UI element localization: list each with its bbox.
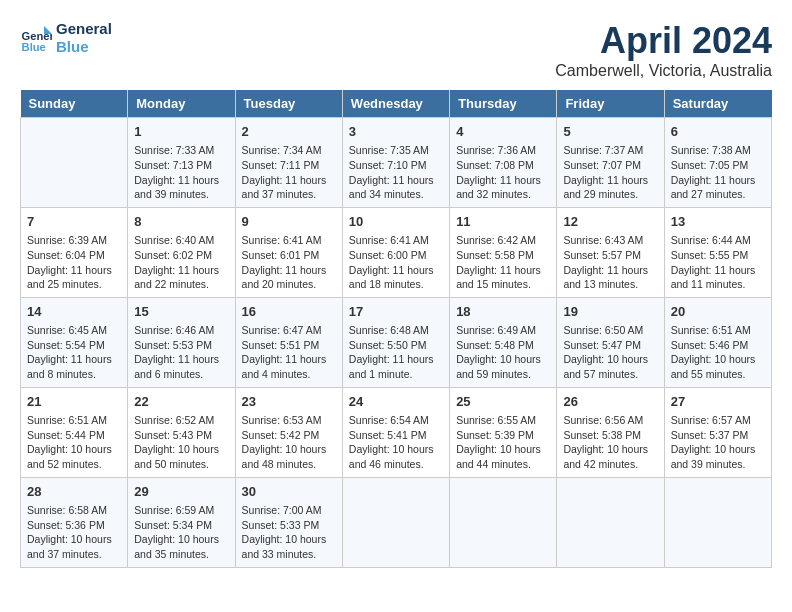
sunrise-text: Sunrise: 6:57 AM: [671, 413, 765, 428]
sunset-text: Sunset: 6:00 PM: [349, 248, 443, 263]
day-number: 7: [27, 213, 121, 231]
day-number: 6: [671, 123, 765, 141]
sunset-text: Sunset: 5:57 PM: [563, 248, 657, 263]
calendar-cell: 28 Sunrise: 6:58 AM Sunset: 5:36 PM Dayl…: [21, 477, 128, 567]
daylight-text: Daylight: 10 hours and 48 minutes.: [242, 442, 336, 471]
daylight-text: Daylight: 11 hours and 11 minutes.: [671, 263, 765, 292]
calendar-cell: 14 Sunrise: 6:45 AM Sunset: 5:54 PM Dayl…: [21, 297, 128, 387]
daylight-text: Daylight: 10 hours and 59 minutes.: [456, 352, 550, 381]
daylight-text: Daylight: 10 hours and 44 minutes.: [456, 442, 550, 471]
sunrise-text: Sunrise: 6:46 AM: [134, 323, 228, 338]
sunset-text: Sunset: 5:37 PM: [671, 428, 765, 443]
sunset-text: Sunset: 5:38 PM: [563, 428, 657, 443]
day-number: 4: [456, 123, 550, 141]
weekday-header-friday: Friday: [557, 90, 664, 118]
sunrise-text: Sunrise: 6:40 AM: [134, 233, 228, 248]
daylight-text: Daylight: 11 hours and 20 minutes.: [242, 263, 336, 292]
sunrise-text: Sunrise: 6:41 AM: [242, 233, 336, 248]
calendar-cell: 15 Sunrise: 6:46 AM Sunset: 5:53 PM Dayl…: [128, 297, 235, 387]
weekday-header-monday: Monday: [128, 90, 235, 118]
calendar-cell: 4 Sunrise: 7:36 AM Sunset: 7:08 PM Dayli…: [450, 118, 557, 208]
day-number: 30: [242, 483, 336, 501]
daylight-text: Daylight: 10 hours and 37 minutes.: [27, 532, 121, 561]
sunrise-text: Sunrise: 6:44 AM: [671, 233, 765, 248]
sunrise-text: Sunrise: 6:56 AM: [563, 413, 657, 428]
sunset-text: Sunset: 5:53 PM: [134, 338, 228, 353]
sunset-text: Sunset: 6:04 PM: [27, 248, 121, 263]
daylight-text: Daylight: 10 hours and 33 minutes.: [242, 532, 336, 561]
day-number: 12: [563, 213, 657, 231]
sunset-text: Sunset: 5:43 PM: [134, 428, 228, 443]
day-number: 5: [563, 123, 657, 141]
title-block: April 2024 Camberwell, Victoria, Austral…: [555, 20, 772, 80]
sunrise-text: Sunrise: 6:50 AM: [563, 323, 657, 338]
sunrise-text: Sunrise: 6:54 AM: [349, 413, 443, 428]
sunrise-text: Sunrise: 6:42 AM: [456, 233, 550, 248]
sunrise-text: Sunrise: 6:55 AM: [456, 413, 550, 428]
sunrise-text: Sunrise: 7:37 AM: [563, 143, 657, 158]
day-number: 11: [456, 213, 550, 231]
daylight-text: Daylight: 11 hours and 8 minutes.: [27, 352, 121, 381]
calendar-cell: 30 Sunrise: 7:00 AM Sunset: 5:33 PM Dayl…: [235, 477, 342, 567]
daylight-text: Daylight: 10 hours and 42 minutes.: [563, 442, 657, 471]
day-number: 13: [671, 213, 765, 231]
page-header: General Blue General Blue April 2024 Cam…: [20, 20, 772, 80]
daylight-text: Daylight: 11 hours and 27 minutes.: [671, 173, 765, 202]
daylight-text: Daylight: 10 hours and 39 minutes.: [671, 442, 765, 471]
sunrise-text: Sunrise: 7:35 AM: [349, 143, 443, 158]
sunset-text: Sunset: 5:46 PM: [671, 338, 765, 353]
weekday-header-saturday: Saturday: [664, 90, 771, 118]
sunrise-text: Sunrise: 6:43 AM: [563, 233, 657, 248]
sunrise-text: Sunrise: 6:58 AM: [27, 503, 121, 518]
week-row-5: 28 Sunrise: 6:58 AM Sunset: 5:36 PM Dayl…: [21, 477, 772, 567]
month-title: April 2024: [555, 20, 772, 62]
calendar-cell: 11 Sunrise: 6:42 AM Sunset: 5:58 PM Dayl…: [450, 207, 557, 297]
daylight-text: Daylight: 11 hours and 32 minutes.: [456, 173, 550, 202]
day-number: 29: [134, 483, 228, 501]
day-number: 18: [456, 303, 550, 321]
day-number: 21: [27, 393, 121, 411]
sunset-text: Sunset: 5:51 PM: [242, 338, 336, 353]
logo-text-blue: Blue: [56, 38, 112, 56]
sunrise-text: Sunrise: 6:48 AM: [349, 323, 443, 338]
calendar-cell: 22 Sunrise: 6:52 AM Sunset: 5:43 PM Dayl…: [128, 387, 235, 477]
daylight-text: Daylight: 10 hours and 46 minutes.: [349, 442, 443, 471]
daylight-text: Daylight: 10 hours and 52 minutes.: [27, 442, 121, 471]
calendar-cell: 7 Sunrise: 6:39 AM Sunset: 6:04 PM Dayli…: [21, 207, 128, 297]
calendar-cell: [557, 477, 664, 567]
calendar-cell: [450, 477, 557, 567]
sunrise-text: Sunrise: 6:41 AM: [349, 233, 443, 248]
daylight-text: Daylight: 10 hours and 57 minutes.: [563, 352, 657, 381]
daylight-text: Daylight: 11 hours and 39 minutes.: [134, 173, 228, 202]
calendar-cell: 1 Sunrise: 7:33 AM Sunset: 7:13 PM Dayli…: [128, 118, 235, 208]
sunrise-text: Sunrise: 6:39 AM: [27, 233, 121, 248]
svg-text:Blue: Blue: [22, 41, 46, 53]
sunset-text: Sunset: 7:10 PM: [349, 158, 443, 173]
calendar-table: SundayMondayTuesdayWednesdayThursdayFrid…: [20, 90, 772, 568]
sunset-text: Sunset: 5:54 PM: [27, 338, 121, 353]
sunrise-text: Sunrise: 6:47 AM: [242, 323, 336, 338]
daylight-text: Daylight: 11 hours and 6 minutes.: [134, 352, 228, 381]
day-number: 15: [134, 303, 228, 321]
sunset-text: Sunset: 6:02 PM: [134, 248, 228, 263]
calendar-cell: 12 Sunrise: 6:43 AM Sunset: 5:57 PM Dayl…: [557, 207, 664, 297]
calendar-cell: 20 Sunrise: 6:51 AM Sunset: 5:46 PM Dayl…: [664, 297, 771, 387]
sunset-text: Sunset: 5:42 PM: [242, 428, 336, 443]
sunrise-text: Sunrise: 6:49 AM: [456, 323, 550, 338]
calendar-cell: 10 Sunrise: 6:41 AM Sunset: 6:00 PM Dayl…: [342, 207, 449, 297]
daylight-text: Daylight: 11 hours and 29 minutes.: [563, 173, 657, 202]
calendar-cell: 29 Sunrise: 6:59 AM Sunset: 5:34 PM Dayl…: [128, 477, 235, 567]
sunrise-text: Sunrise: 7:33 AM: [134, 143, 228, 158]
calendar-cell: 21 Sunrise: 6:51 AM Sunset: 5:44 PM Dayl…: [21, 387, 128, 477]
calendar-cell: 8 Sunrise: 6:40 AM Sunset: 6:02 PM Dayli…: [128, 207, 235, 297]
day-number: 14: [27, 303, 121, 321]
sunrise-text: Sunrise: 7:34 AM: [242, 143, 336, 158]
day-number: 1: [134, 123, 228, 141]
sunrise-text: Sunrise: 6:45 AM: [27, 323, 121, 338]
week-row-4: 21 Sunrise: 6:51 AM Sunset: 5:44 PM Dayl…: [21, 387, 772, 477]
weekday-header-tuesday: Tuesday: [235, 90, 342, 118]
day-number: 25: [456, 393, 550, 411]
sunrise-text: Sunrise: 6:59 AM: [134, 503, 228, 518]
day-number: 20: [671, 303, 765, 321]
calendar-cell: 16 Sunrise: 6:47 AM Sunset: 5:51 PM Dayl…: [235, 297, 342, 387]
